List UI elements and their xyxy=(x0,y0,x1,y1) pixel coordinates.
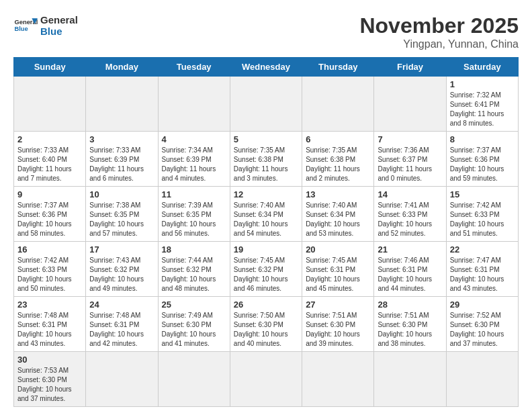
date-number: 26 xyxy=(234,300,298,310)
calendar-cell xyxy=(86,77,158,132)
title-block: November 2025 Yingpan, Yunnan, China xyxy=(359,13,519,50)
calendar-cell xyxy=(302,352,374,407)
calendar-cell: 5Sunrise: 7:35 AM Sunset: 6:38 PM Daylig… xyxy=(230,132,302,187)
calendar-cell xyxy=(230,352,302,407)
calendar-cell xyxy=(446,352,518,407)
cell-info: Sunrise: 7:33 AM Sunset: 6:40 PM Dayligh… xyxy=(17,146,82,183)
calendar-cell xyxy=(374,352,446,407)
week-row-0: 1Sunrise: 7:32 AM Sunset: 6:41 PM Daylig… xyxy=(14,77,519,132)
week-row-3: 16Sunrise: 7:42 AM Sunset: 6:33 PM Dayli… xyxy=(14,242,519,297)
cell-info: Sunrise: 7:37 AM Sunset: 6:36 PM Dayligh… xyxy=(450,146,515,183)
calendar-table: SundayMondayTuesdayWednesdayThursdayFrid… xyxy=(13,57,519,407)
cell-info: Sunrise: 7:51 AM Sunset: 6:30 PM Dayligh… xyxy=(378,311,442,349)
week-row-5: 30Sunrise: 7:53 AM Sunset: 6:30 PM Dayli… xyxy=(14,352,519,407)
date-number: 24 xyxy=(89,300,154,310)
cell-info: Sunrise: 7:50 AM Sunset: 6:30 PM Dayligh… xyxy=(234,311,298,349)
calendar-cell: 14Sunrise: 7:41 AM Sunset: 6:33 PM Dayli… xyxy=(374,187,446,242)
cell-info: Sunrise: 7:42 AM Sunset: 6:33 PM Dayligh… xyxy=(17,256,82,293)
date-number: 29 xyxy=(450,300,515,310)
cell-info: Sunrise: 7:36 AM Sunset: 6:37 PM Dayligh… xyxy=(378,146,442,183)
calendar-cell: 13Sunrise: 7:40 AM Sunset: 6:34 PM Dayli… xyxy=(302,187,374,242)
cell-info: Sunrise: 7:32 AM Sunset: 6:41 PM Dayligh… xyxy=(450,91,515,128)
calendar-cell: 17Sunrise: 7:43 AM Sunset: 6:32 PM Dayli… xyxy=(86,242,158,297)
logo-icon: General Blue xyxy=(13,13,38,38)
calendar-cell xyxy=(158,352,230,407)
date-number: 17 xyxy=(89,244,154,255)
calendar-cell: 6Sunrise: 7:35 AM Sunset: 6:38 PM Daylig… xyxy=(302,132,374,187)
day-header-saturday: Saturday xyxy=(446,58,518,77)
cell-info: Sunrise: 7:35 AM Sunset: 6:38 PM Dayligh… xyxy=(306,146,370,183)
cell-info: Sunrise: 7:40 AM Sunset: 6:34 PM Dayligh… xyxy=(306,201,370,238)
cell-info: Sunrise: 7:34 AM Sunset: 6:39 PM Dayligh… xyxy=(162,146,226,183)
calendar-header-row: SundayMondayTuesdayWednesdayThursdayFrid… xyxy=(14,58,519,77)
logo: General Blue General Blue xyxy=(13,13,78,38)
date-number: 4 xyxy=(162,134,226,144)
calendar-cell: 7Sunrise: 7:36 AM Sunset: 6:37 PM Daylig… xyxy=(374,132,446,187)
cell-info: Sunrise: 7:39 AM Sunset: 6:35 PM Dayligh… xyxy=(162,201,226,238)
calendar-cell: 15Sunrise: 7:42 AM Sunset: 6:33 PM Dayli… xyxy=(446,187,518,242)
calendar-cell: 8Sunrise: 7:37 AM Sunset: 6:36 PM Daylig… xyxy=(446,132,518,187)
cell-info: Sunrise: 7:33 AM Sunset: 6:39 PM Dayligh… xyxy=(89,146,154,183)
calendar-cell xyxy=(374,77,446,132)
week-row-2: 9Sunrise: 7:37 AM Sunset: 6:36 PM Daylig… xyxy=(14,187,519,242)
date-number: 28 xyxy=(378,300,442,310)
cell-info: Sunrise: 7:45 AM Sunset: 6:32 PM Dayligh… xyxy=(234,256,298,293)
calendar-cell: 20Sunrise: 7:45 AM Sunset: 6:31 PM Dayli… xyxy=(302,242,374,297)
date-number: 14 xyxy=(378,189,442,199)
date-number: 19 xyxy=(234,244,298,255)
date-number: 6 xyxy=(306,134,370,144)
location: Yingpan, Yunnan, China xyxy=(359,38,519,50)
svg-text:Blue: Blue xyxy=(14,26,28,32)
month-title: November 2025 xyxy=(359,13,519,38)
date-number: 11 xyxy=(162,189,226,199)
calendar-cell: 28Sunrise: 7:51 AM Sunset: 6:30 PM Dayli… xyxy=(374,297,446,352)
date-number: 18 xyxy=(162,244,226,255)
cell-info: Sunrise: 7:47 AM Sunset: 6:31 PM Dayligh… xyxy=(450,256,515,293)
week-row-1: 2Sunrise: 7:33 AM Sunset: 6:40 PM Daylig… xyxy=(14,132,519,187)
calendar-cell: 30Sunrise: 7:53 AM Sunset: 6:30 PM Dayli… xyxy=(14,352,86,407)
calendar-cell xyxy=(158,77,230,132)
date-number: 22 xyxy=(450,244,515,255)
page-header: General Blue General Blue November 2025 … xyxy=(13,13,519,50)
cell-info: Sunrise: 7:44 AM Sunset: 6:32 PM Dayligh… xyxy=(162,256,226,293)
cell-info: Sunrise: 7:48 AM Sunset: 6:31 PM Dayligh… xyxy=(89,311,154,349)
date-number: 13 xyxy=(306,189,370,199)
calendar-cell xyxy=(86,352,158,407)
cell-info: Sunrise: 7:48 AM Sunset: 6:31 PM Dayligh… xyxy=(17,311,82,349)
calendar-cell: 10Sunrise: 7:38 AM Sunset: 6:35 PM Dayli… xyxy=(86,187,158,242)
cell-info: Sunrise: 7:40 AM Sunset: 6:34 PM Dayligh… xyxy=(234,201,298,238)
cell-info: Sunrise: 7:53 AM Sunset: 6:30 PM Dayligh… xyxy=(17,366,82,404)
calendar-cell: 9Sunrise: 7:37 AM Sunset: 6:36 PM Daylig… xyxy=(14,187,86,242)
calendar-cell xyxy=(230,77,302,132)
calendar-cell: 2Sunrise: 7:33 AM Sunset: 6:40 PM Daylig… xyxy=(14,132,86,187)
date-number: 7 xyxy=(378,134,442,144)
date-number: 1 xyxy=(450,79,515,89)
calendar-cell: 27Sunrise: 7:51 AM Sunset: 6:30 PM Dayli… xyxy=(302,297,374,352)
calendar-cell: 26Sunrise: 7:50 AM Sunset: 6:30 PM Dayli… xyxy=(230,297,302,352)
day-header-friday: Friday xyxy=(374,58,446,77)
date-number: 21 xyxy=(378,244,442,255)
calendar-cell xyxy=(302,77,374,132)
date-number: 20 xyxy=(306,244,370,255)
date-number: 23 xyxy=(17,300,82,310)
calendar-cell: 11Sunrise: 7:39 AM Sunset: 6:35 PM Dayli… xyxy=(158,187,230,242)
calendar-cell: 12Sunrise: 7:40 AM Sunset: 6:34 PM Dayli… xyxy=(230,187,302,242)
calendar-cell: 24Sunrise: 7:48 AM Sunset: 6:31 PM Dayli… xyxy=(86,297,158,352)
calendar-cell xyxy=(14,77,86,132)
cell-info: Sunrise: 7:46 AM Sunset: 6:31 PM Dayligh… xyxy=(378,256,442,293)
day-header-tuesday: Tuesday xyxy=(158,58,230,77)
date-number: 5 xyxy=(234,134,298,144)
cell-info: Sunrise: 7:38 AM Sunset: 6:35 PM Dayligh… xyxy=(89,201,154,238)
cell-info: Sunrise: 7:43 AM Sunset: 6:32 PM Dayligh… xyxy=(89,256,154,293)
calendar-cell: 21Sunrise: 7:46 AM Sunset: 6:31 PM Dayli… xyxy=(374,242,446,297)
date-number: 10 xyxy=(89,189,154,199)
cell-info: Sunrise: 7:45 AM Sunset: 6:31 PM Dayligh… xyxy=(306,256,370,293)
calendar-cell: 22Sunrise: 7:47 AM Sunset: 6:31 PM Dayli… xyxy=(446,242,518,297)
date-number: 3 xyxy=(89,134,154,144)
date-number: 25 xyxy=(162,300,226,310)
calendar-cell: 3Sunrise: 7:33 AM Sunset: 6:39 PM Daylig… xyxy=(86,132,158,187)
cell-info: Sunrise: 7:51 AM Sunset: 6:30 PM Dayligh… xyxy=(306,311,370,349)
date-number: 9 xyxy=(17,189,82,199)
date-number: 30 xyxy=(17,355,82,365)
cell-info: Sunrise: 7:42 AM Sunset: 6:33 PM Dayligh… xyxy=(450,201,515,238)
